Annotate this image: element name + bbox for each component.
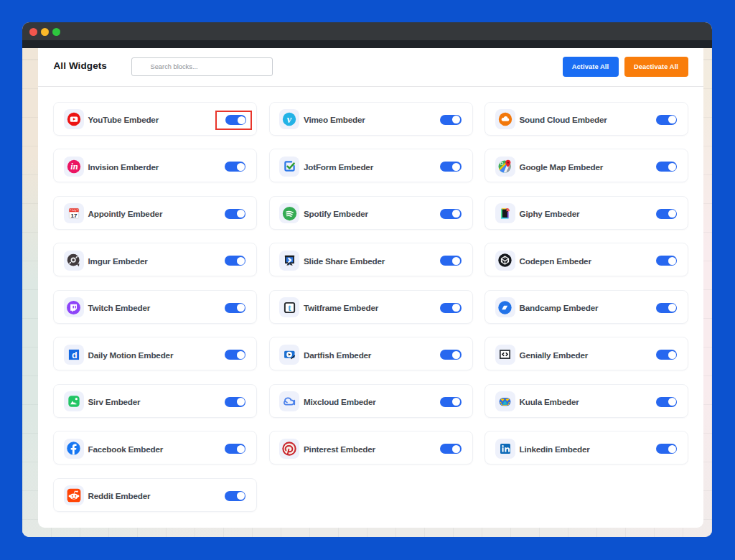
svg-text:17: 17 bbox=[70, 213, 77, 219]
svg-text:in: in bbox=[70, 162, 78, 172]
svg-text:v: v bbox=[287, 113, 292, 125]
svg-text:t: t bbox=[288, 302, 291, 312]
svg-text:d: d bbox=[72, 350, 78, 360]
